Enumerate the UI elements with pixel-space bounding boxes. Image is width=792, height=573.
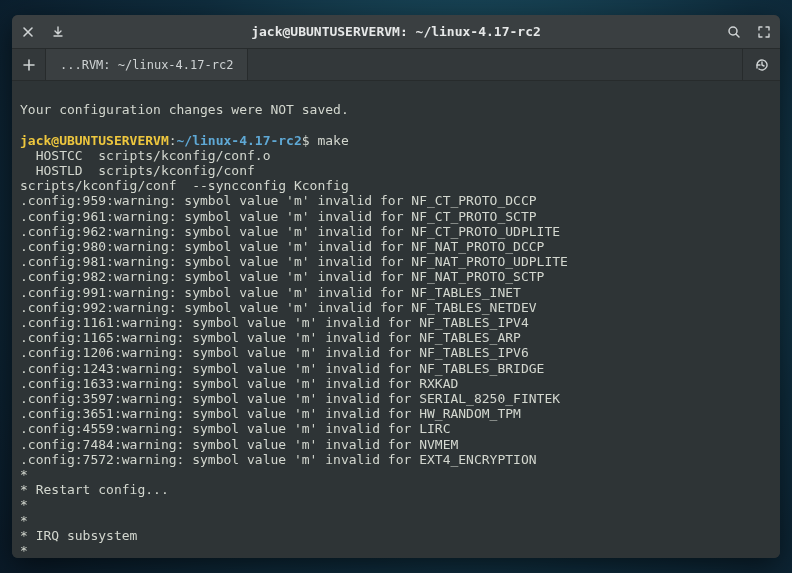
- output-line: *: [20, 497, 28, 512]
- download-icon[interactable]: [48, 22, 68, 42]
- output-line: *: [20, 513, 28, 528]
- output-line: Your configuration changes were NOT save…: [20, 102, 349, 117]
- output-line: HOSTCC scripts/kconfig/conf.o: [20, 148, 270, 163]
- prompt-colon: :: [169, 133, 177, 148]
- output-line: scripts/kconfig/conf --syncconfig Kconfi…: [20, 178, 349, 193]
- close-icon[interactable]: [18, 22, 38, 42]
- command-text: make: [317, 133, 348, 148]
- output-line: .config:961:warning: symbol value 'm' in…: [20, 209, 537, 224]
- output-line: .config:980:warning: symbol value 'm' in…: [20, 239, 544, 254]
- terminal-output: Your configuration changes were NOT save…: [20, 87, 772, 558]
- output-line: .config:7484:warning: symbol value 'm' i…: [20, 437, 458, 452]
- tab-0[interactable]: ...RVM: ~/linux-4.17-rc2: [46, 49, 248, 80]
- output-line: .config:1165:warning: symbol value 'm' i…: [20, 330, 521, 345]
- titlebar: jack@UBUNTUSERVERVM: ~/linux-4.17-rc2: [12, 15, 780, 49]
- output-line: .config:982:warning: symbol value 'm' in…: [20, 269, 544, 284]
- output-line: .config:962:warning: symbol value 'm' in…: [20, 224, 560, 239]
- output-line: .config:981:warning: symbol value 'm' in…: [20, 254, 568, 269]
- tab-bar: ...RVM: ~/linux-4.17-rc2: [12, 49, 780, 81]
- tab-spacer: [248, 49, 742, 80]
- output-line: *: [20, 543, 28, 558]
- output-line: .config:959:warning: symbol value 'm' in…: [20, 193, 537, 208]
- output-line: .config:1206:warning: symbol value 'm' i…: [20, 345, 529, 360]
- output-line: .config:992:warning: symbol value 'm' in…: [20, 300, 537, 315]
- terminal-area[interactable]: Your configuration changes were NOT save…: [12, 81, 780, 558]
- window-title: jack@UBUNTUSERVERVM: ~/linux-4.17-rc2: [68, 24, 724, 39]
- search-icon[interactable]: [724, 22, 744, 42]
- output-line: .config:3651:warning: symbol value 'm' i…: [20, 406, 521, 421]
- fullscreen-icon[interactable]: [754, 22, 774, 42]
- output-line: .config:1243:warning: symbol value 'm' i…: [20, 361, 544, 376]
- tab-label: ...RVM: ~/linux-4.17-rc2: [60, 58, 233, 72]
- history-icon[interactable]: [742, 49, 780, 80]
- output-line: .config:991:warning: symbol value 'm' in…: [20, 285, 521, 300]
- new-tab-button[interactable]: [12, 49, 46, 80]
- output-line: .config:7572:warning: symbol value 'm' i…: [20, 452, 537, 467]
- terminal-window: jack@UBUNTUSERVERVM: ~/linux-4.17-rc2 ..…: [12, 15, 780, 558]
- output-line: .config:1161:warning: symbol value 'm' i…: [20, 315, 529, 330]
- output-line: * IRQ subsystem: [20, 528, 137, 543]
- output-line: * Restart config...: [20, 482, 169, 497]
- output-line: .config:1633:warning: symbol value 'm' i…: [20, 376, 458, 391]
- output-line: *: [20, 467, 28, 482]
- prompt-path: ~/linux-4.17-rc2: [177, 133, 302, 148]
- prompt-dollar: $: [302, 133, 318, 148]
- output-line: HOSTLD scripts/kconfig/conf: [20, 163, 255, 178]
- output-line: .config:3597:warning: symbol value 'm' i…: [20, 391, 560, 406]
- output-line: .config:4559:warning: symbol value 'm' i…: [20, 421, 450, 436]
- prompt-user: jack@UBUNTUSERVERVM: [20, 133, 169, 148]
